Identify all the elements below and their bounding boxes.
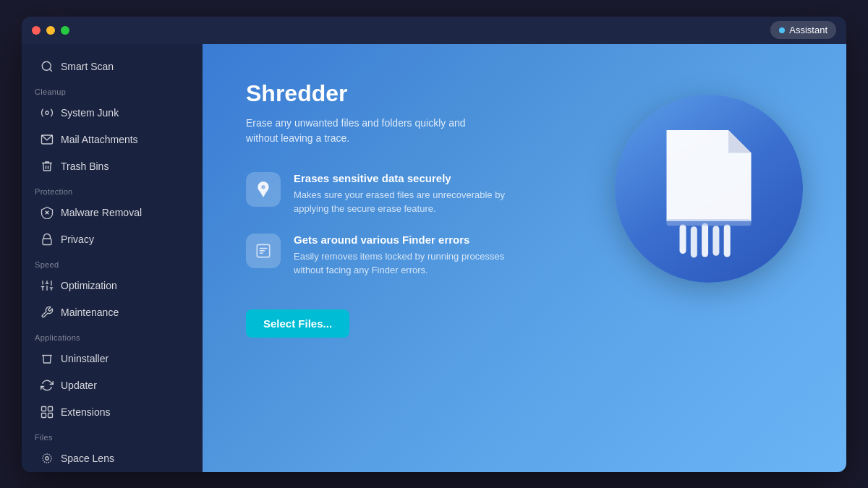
feature-item-secure-erase: Erases sensitive data securely Makes sur…	[246, 172, 586, 216]
shredder-illustration	[615, 95, 803, 283]
svg-rect-18	[48, 413, 53, 417]
trash-icon	[41, 160, 54, 173]
system-junk-icon	[41, 106, 54, 119]
assistant-dot-icon	[779, 27, 785, 33]
sidebar-item-optimization[interactable]: Optimization	[27, 273, 197, 299]
sidebar-item-space-lens[interactable]: Space Lens	[27, 445, 197, 471]
sidebar-item-malware-removal[interactable]: Malware Removal	[27, 200, 197, 226]
svg-point-1	[46, 111, 49, 114]
svg-rect-15	[42, 406, 46, 411]
feature-desc-secure-erase: Makes sure your erased files are unrecov…	[294, 188, 525, 216]
sidebar-item-label: Uninstaller	[61, 353, 109, 364]
svg-rect-31	[724, 224, 731, 257]
uninstaller-icon	[41, 352, 54, 365]
section-label-protection: Protection	[22, 180, 203, 199]
main-content: Shredder Erase any unwanted files and fo…	[203, 44, 846, 472]
svg-rect-32	[667, 219, 752, 226]
traffic-lights	[32, 26, 69, 35]
sidebar-item-uninstaller[interactable]: Uninstaller	[27, 346, 197, 372]
minimize-button[interactable]	[46, 26, 55, 35]
assistant-button[interactable]: Assistant	[770, 21, 836, 39]
feature-title-secure-erase: Erases sensitive data securely	[294, 172, 525, 184]
illustration-wrap	[615, 80, 803, 283]
privacy-icon	[41, 233, 54, 246]
content-text: Shredder Erase any unwanted files and fo…	[246, 80, 586, 338]
sidebar-item-privacy[interactable]: Privacy	[27, 226, 197, 252]
page-title: Shredder	[246, 80, 586, 107]
section-label-cleanup: Cleanup	[22, 80, 203, 99]
space-lens-icon	[41, 452, 54, 465]
sidebar-item-mail-attachments[interactable]: Mail Attachments	[27, 127, 197, 153]
svg-rect-24	[260, 247, 268, 249]
svg-rect-27	[680, 224, 686, 254]
smart-scan-icon	[41, 60, 54, 73]
finder-errors-icon	[254, 241, 273, 260]
feature-text-finder-errors: Gets around various Finder errors Easily…	[294, 234, 525, 278]
assistant-label: Assistant	[789, 25, 827, 35]
optimization-icon	[41, 279, 54, 292]
sidebar-item-trash-bins[interactable]: Trash Bins	[27, 153, 197, 179]
secure-erase-icon-wrap	[246, 172, 281, 207]
svg-rect-28	[691, 226, 697, 257]
sidebar-item-label: Space Lens	[61, 453, 114, 464]
extensions-icon	[41, 406, 54, 419]
sidebar-item-label: Smart Scan	[61, 61, 114, 72]
section-label-files: Files	[22, 426, 203, 445]
secure-erase-icon	[254, 180, 273, 199]
select-files-button[interactable]: Select Files...	[246, 309, 349, 338]
content-row: Shredder Erase any unwanted files and fo…	[246, 80, 803, 338]
updater-icon	[41, 379, 54, 392]
section-label-applications: Applications	[22, 326, 203, 345]
sidebar-item-label: Optimization	[61, 280, 117, 291]
svg-rect-25	[260, 249, 265, 251]
close-button[interactable]	[32, 26, 41, 35]
svg-rect-29	[702, 223, 708, 257]
svg-rect-16	[48, 406, 53, 411]
section-label-speed: Speed	[22, 253, 203, 272]
shredder-svg	[644, 116, 774, 261]
sidebar-item-label: Updater	[61, 380, 97, 391]
titlebar: Assistant	[22, 17, 846, 44]
malware-icon	[41, 206, 54, 219]
feature-item-finder-errors: Gets around various Finder errors Easily…	[246, 234, 586, 278]
sidebar-item-label: Extensions	[61, 406, 110, 418]
maintenance-icon	[41, 306, 54, 319]
sidebar-item-system-junk[interactable]: System Junk	[27, 100, 197, 126]
app-body: Smart Scan Cleanup System Junk Mail	[22, 17, 846, 472]
sidebar-item-label: Privacy	[61, 234, 94, 245]
feature-text-secure-erase: Erases sensitive data securely Makes sur…	[294, 172, 525, 216]
sidebar-item-maintenance[interactable]: Maintenance	[27, 299, 197, 325]
sidebar-item-label: Malware Removal	[61, 207, 142, 218]
feature-desc-finder-errors: Easily removes items locked by running p…	[294, 249, 525, 278]
svg-point-20	[43, 454, 51, 463]
svg-rect-26	[260, 252, 263, 254]
mail-icon	[41, 133, 54, 146]
feature-list: Erases sensitive data securely Makes sur…	[246, 172, 586, 278]
svg-point-0	[42, 61, 51, 70]
finder-errors-icon-wrap	[246, 234, 281, 268]
maximize-button[interactable]	[61, 26, 69, 35]
sidebar-item-label: Maintenance	[61, 307, 119, 318]
svg-rect-30	[712, 226, 719, 255]
sidebar-item-updater[interactable]: Updater	[27, 372, 197, 398]
svg-rect-5	[43, 239, 51, 244]
page-subtitle: Erase any unwanted files and folders qui…	[246, 116, 492, 146]
sidebar-item-label: Trash Bins	[61, 160, 109, 172]
sidebar-item-label: Mail Attachments	[61, 134, 138, 145]
sidebar: Smart Scan Cleanup System Junk Mail	[22, 44, 203, 472]
svg-point-22	[261, 185, 265, 189]
sidebar-item-label: System Junk	[61, 107, 119, 119]
sidebar-item-extensions[interactable]: Extensions	[27, 399, 197, 425]
sidebar-item-smart-scan[interactable]: Smart Scan	[27, 53, 197, 80]
feature-title-finder-errors: Gets around various Finder errors	[294, 234, 525, 246]
app-window: Assistant Smart Scan Cleanup	[22, 17, 846, 472]
svg-rect-17	[42, 413, 46, 417]
svg-point-19	[46, 456, 49, 460]
